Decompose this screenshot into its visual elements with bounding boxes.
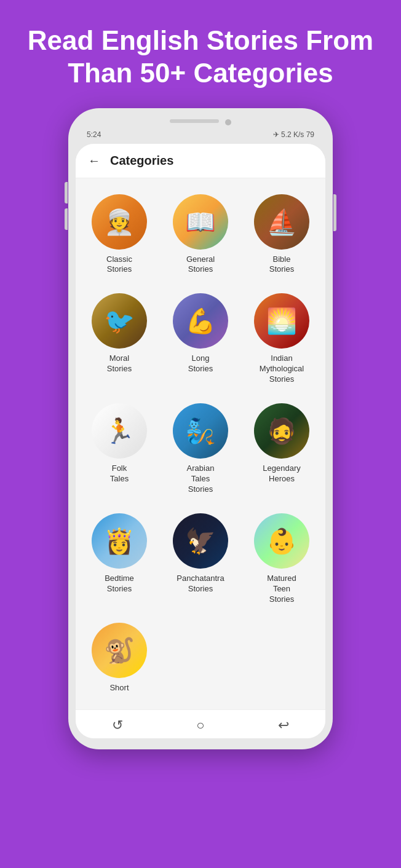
category-label-legendary: Legendary Heroes: [263, 464, 300, 484]
category-circle-bible: ⛵: [254, 194, 309, 250]
nav-home-icon[interactable]: ○: [196, 717, 204, 733]
category-label-bedtime: Bedtime Stories: [105, 574, 134, 594]
category-circle-legendary: 🧔: [254, 403, 309, 459]
category-circle-arabian: 🧞: [173, 403, 228, 459]
category-icon-moral: 🐦: [104, 309, 135, 333]
category-circle-general: 📖: [173, 194, 228, 250]
category-label-classic: Classic Stories: [106, 254, 132, 275]
category-item-long[interactable]: 💪Long Stories: [163, 287, 238, 391]
category-label-general: General Stories: [186, 254, 215, 275]
category-label-matured: Matured Teen Stories: [267, 574, 296, 605]
phone-notch: [76, 119, 325, 125]
category-icon-short: 🐒: [104, 638, 135, 663]
category-label-short: Short: [109, 683, 129, 693]
category-icon-arabian: 🧞: [185, 419, 216, 443]
category-circle-panch: 🦅: [173, 513, 228, 569]
category-circle-matured: 👶: [254, 513, 309, 569]
category-icon-panch: 🦅: [185, 529, 216, 553]
screen-title: Categories: [110, 154, 173, 168]
bottom-nav: ↺ ○ ↩: [76, 709, 325, 738]
phone-mockup: 5:24 ✈ 5.2 K/s 79 ← Categories 👳Classic …: [68, 108, 333, 750]
nav-back-icon[interactable]: ↺: [112, 717, 123, 733]
phone-speaker: [170, 119, 219, 123]
category-item-bedtime[interactable]: 👸Bedtime Stories: [82, 507, 157, 611]
status-bar: 5:24 ✈ 5.2 K/s 79: [76, 128, 325, 144]
category-circle-bedtime: 👸: [92, 513, 147, 569]
category-icon-matured: 👶: [266, 529, 297, 553]
category-circle-folk: 🏃: [92, 403, 147, 459]
category-icon-bible: ⛵: [266, 210, 297, 234]
category-circle-long: 💪: [173, 293, 228, 349]
category-item-indian[interactable]: 🌅Indian Mythological Stories: [244, 287, 319, 391]
category-label-long: Long Stories: [188, 353, 213, 374]
category-circle-moral: 🐦: [92, 293, 147, 349]
category-circle-indian: 🌅: [254, 293, 309, 349]
category-icon-general: 📖: [185, 210, 216, 234]
category-item-legendary[interactable]: 🧔Legendary Heroes: [244, 397, 319, 501]
category-icon-indian: 🌅: [266, 309, 297, 333]
phone-camera: [225, 119, 231, 125]
categories-grid: 👳Classic Stories📖General Stories⛵Bible S…: [76, 178, 325, 710]
category-circle-short: 🐒: [92, 623, 147, 678]
category-item-arabian[interactable]: 🧞Arabian Tales Stories: [163, 397, 238, 501]
category-item-folk[interactable]: 🏃Folk Tales: [82, 397, 157, 501]
category-item-bible[interactable]: ⛵Bible Stories: [244, 188, 319, 282]
category-label-arabian: Arabian Tales Stories: [187, 464, 215, 495]
hero-title: Read English Stories From Than 50+ Categ…: [12, 25, 389, 90]
back-button[interactable]: ←: [88, 154, 100, 168]
category-item-classic[interactable]: 👳Classic Stories: [82, 188, 157, 282]
category-label-panch: Panchatantra Stories: [177, 574, 224, 594]
status-signal: ✈ 5.2 K/s 79: [273, 130, 314, 139]
screen-header: ← Categories: [76, 144, 325, 178]
category-item-panch[interactable]: 🦅Panchatantra Stories: [163, 507, 238, 611]
category-icon-bedtime: 👸: [104, 529, 135, 553]
category-item-moral[interactable]: 🐦Moral Stories: [82, 287, 157, 391]
nav-recent-icon[interactable]: ↩: [278, 717, 289, 733]
category-label-moral: Moral Stories: [107, 353, 132, 374]
power-button: [333, 194, 336, 231]
category-item-matured[interactable]: 👶Matured Teen Stories: [244, 507, 319, 611]
category-circle-classic: 👳: [92, 194, 147, 250]
category-item-short[interactable]: 🐒Short: [82, 617, 157, 700]
category-icon-folk: 🏃: [104, 419, 135, 443]
category-icon-legendary: 🧔: [266, 419, 297, 443]
category-icon-classic: 👳: [104, 210, 135, 234]
category-item-general[interactable]: 📖General Stories: [163, 188, 238, 282]
category-icon-long: 💪: [185, 309, 216, 333]
status-time: 5:24: [87, 130, 101, 139]
volume-buttons: [65, 182, 68, 235]
category-label-bible: Bible Stories: [269, 254, 294, 275]
category-label-indian: Indian Mythological Stories: [260, 353, 304, 385]
category-label-folk: Folk Tales: [110, 464, 129, 484]
phone-screen: ← Categories 👳Classic Stories📖General St…: [76, 144, 325, 739]
